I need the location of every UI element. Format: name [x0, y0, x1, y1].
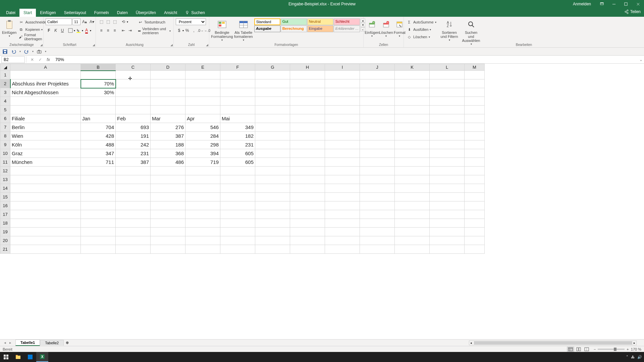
column-header-E[interactable]: E: [185, 64, 220, 71]
cell-F14[interactable]: [220, 184, 255, 193]
cell-K13[interactable]: [395, 175, 430, 184]
cell-L2[interactable]: [430, 79, 465, 88]
cell-H4[interactable]: [290, 97, 325, 106]
cell-G1[interactable]: [255, 71, 290, 79]
row-header-1[interactable]: 1: [0, 71, 10, 79]
cell-C14[interactable]: [116, 184, 151, 193]
camera-button[interactable]: [36, 49, 42, 55]
cell-H20[interactable]: [290, 236, 325, 245]
fill-color-button[interactable]: [75, 27, 82, 34]
cell-I15[interactable]: [325, 193, 360, 201]
row-header-9[interactable]: 9: [0, 140, 10, 149]
cell-D7[interactable]: 276: [151, 123, 185, 132]
cell-L5[interactable]: [430, 106, 465, 114]
cell-G7[interactable]: [255, 123, 290, 132]
cell-M2[interactable]: [465, 79, 485, 88]
select-all-corner[interactable]: ◢: [0, 64, 10, 71]
cell-C16[interactable]: [116, 201, 151, 210]
cell-I4[interactable]: [325, 97, 360, 106]
cell-D13[interactable]: [151, 175, 185, 184]
cell-E8[interactable]: 284: [185, 132, 220, 140]
hscroll-right[interactable]: ▸: [632, 341, 636, 345]
tab-file[interactable]: Datei: [2, 9, 19, 17]
cell-F10[interactable]: 605: [220, 149, 255, 158]
cell-E14[interactable]: [185, 184, 220, 193]
cell-L4[interactable]: [430, 97, 465, 106]
cell-H7[interactable]: [290, 123, 325, 132]
cell-E15[interactable]: [185, 193, 220, 201]
cell-E11[interactable]: 719: [185, 158, 220, 167]
cell-M16[interactable]: [465, 201, 485, 210]
tray-volume-icon[interactable]: 🔊: [637, 355, 642, 359]
cell-G3[interactable]: [255, 88, 290, 97]
bold-button[interactable]: F: [46, 27, 52, 34]
paste-button[interactable]: Einfügen ▾: [2, 18, 16, 38]
cell-I6[interactable]: [325, 114, 360, 123]
cell-B1[interactable]: [81, 71, 116, 79]
cell-J6[interactable]: [360, 114, 395, 123]
cell-H8[interactable]: [290, 132, 325, 140]
cell-E17[interactable]: [185, 210, 220, 219]
cell-J5[interactable]: [360, 106, 395, 114]
undo-button[interactable]: [11, 49, 17, 55]
cell-L17[interactable]: [430, 210, 465, 219]
cell-A16[interactable]: [10, 201, 81, 210]
cell-D9[interactable]: 188: [151, 140, 185, 149]
cell-K8[interactable]: [395, 132, 430, 140]
cell-B19[interactable]: [81, 228, 116, 236]
increase-font-icon[interactable]: A▴: [81, 18, 88, 25]
cell-B9[interactable]: 488: [81, 140, 116, 149]
cell-K18[interactable]: [395, 219, 430, 228]
cell-H14[interactable]: [290, 184, 325, 193]
cell-H2[interactable]: [290, 79, 325, 88]
cell-F19[interactable]: [220, 228, 255, 236]
cell-M3[interactable]: [465, 88, 485, 97]
font-name-select[interactable]: [46, 18, 72, 25]
insert-cells-button[interactable]: + Einfügen▾: [366, 18, 378, 38]
cell-C10[interactable]: 231: [116, 149, 151, 158]
cell-J19[interactable]: [360, 228, 395, 236]
cell-A2[interactable]: Abschluss ihrer Projektes: [10, 79, 81, 88]
cell-D18[interactable]: [151, 219, 185, 228]
spreadsheet-grid[interactable]: ◢ABCDEFGHIJKLM12Abschluss ihrer Projekte…: [0, 64, 644, 339]
column-header-A[interactable]: A: [10, 64, 81, 71]
cell-E20[interactable]: [185, 236, 220, 245]
cell-I16[interactable]: [325, 201, 360, 210]
cell-L16[interactable]: [430, 201, 465, 210]
cell-I10[interactable]: [325, 149, 360, 158]
cell-J17[interactable]: [360, 210, 395, 219]
cell-F20[interactable]: [220, 236, 255, 245]
cell-D5[interactable]: [151, 106, 185, 114]
cell-D12[interactable]: [151, 167, 185, 175]
cell-H18[interactable]: [290, 219, 325, 228]
row-header-19[interactable]: 19: [0, 228, 10, 236]
cell-C3[interactable]: [116, 88, 151, 97]
row-header-12[interactable]: 12: [0, 167, 10, 175]
column-header-G[interactable]: G: [255, 64, 290, 71]
cell-G4[interactable]: [255, 97, 290, 106]
cell-G14[interactable]: [255, 184, 290, 193]
cell-G6[interactable]: [255, 114, 290, 123]
cell-B18[interactable]: [81, 219, 116, 228]
style-eingabe[interactable]: Eingabe: [307, 25, 333, 32]
excel-taskbar-icon[interactable]: X: [36, 352, 48, 362]
cell-A19[interactable]: [10, 228, 81, 236]
cell-C9[interactable]: 242: [116, 140, 151, 149]
zoom-slider[interactable]: [598, 349, 625, 350]
cell-G2[interactable]: [255, 79, 290, 88]
cell-F4[interactable]: [220, 97, 255, 106]
column-header-F[interactable]: F: [220, 64, 255, 71]
style-erklarender[interactable]: Erklärender ...: [334, 25, 360, 32]
cell-J1[interactable]: [360, 71, 395, 79]
cell-A8[interactable]: Wien: [10, 132, 81, 140]
cell-E19[interactable]: [185, 228, 220, 236]
cell-E3[interactable]: [185, 88, 220, 97]
cell-I9[interactable]: [325, 140, 360, 149]
cell-G17[interactable]: [255, 210, 290, 219]
cell-I20[interactable]: [325, 236, 360, 245]
cell-C5[interactable]: [116, 106, 151, 114]
cell-M21[interactable]: [465, 245, 485, 254]
cell-F12[interactable]: [220, 167, 255, 175]
row-header-2[interactable]: 2: [0, 79, 10, 88]
cell-I8[interactable]: [325, 132, 360, 140]
